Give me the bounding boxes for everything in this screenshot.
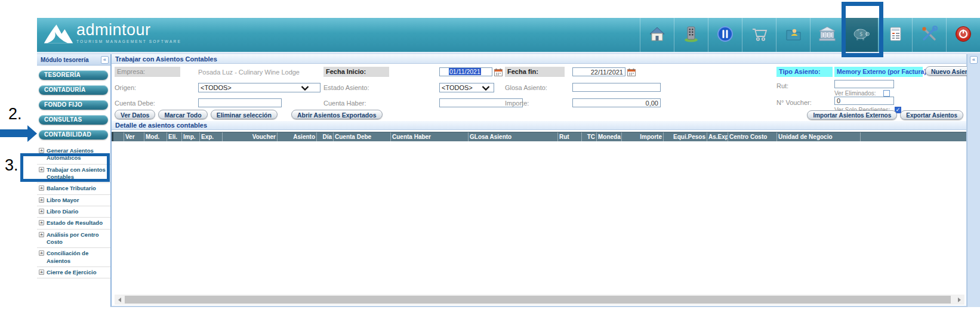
logo-wordmark: admintour — [76, 21, 181, 39]
grid-col-glosa[interactable]: GLosa Asiento — [468, 132, 557, 141]
grid-col-asiento[interactable]: Asiento — [277, 132, 316, 141]
sidebar-item-analisis-centro-costo[interactable]: + Análisis por Centro Costo — [37, 230, 110, 249]
sidebar-item-cierre-ejercicio[interactable]: + Cierre de Ejercicio — [37, 267, 110, 278]
scrollbar-thumb[interactable] — [125, 296, 951, 303]
ver-eliminados-checkbox[interactable] — [883, 90, 890, 97]
ver-eliminados-label: Ver Eliminados: — [834, 90, 876, 97]
grid-col-voucher[interactable]: Voucher — [222, 132, 277, 141]
ver-datos-button[interactable]: Ver Datos — [115, 110, 155, 119]
module-consultas[interactable]: CONSULTAS — [39, 115, 108, 125]
sidebar-item-conciliacion[interactable]: + Conciliación de Asientos — [37, 248, 110, 267]
app-logo: admintour TOURISM MANAGEMENT SOFTWARE — [43, 21, 181, 48]
chevron-down-icon — [482, 86, 490, 91]
bank-button[interactable] — [810, 18, 844, 52]
grid-body-empty — [112, 141, 966, 295]
hotel-button[interactable] — [674, 18, 708, 52]
expand-plus-icon[interactable]: + — [39, 148, 44, 153]
expand-plus-icon[interactable]: + — [39, 232, 44, 237]
marcar-todo-button[interactable]: Marcar Todo — [158, 110, 207, 119]
reports-icon — [886, 25, 904, 45]
grid-col-importe[interactable]: Importe — [621, 132, 663, 141]
fecha-fin-input[interactable] — [572, 67, 625, 76]
grid-col-mod[interactable]: Mod. — [144, 132, 167, 141]
grid-col-exp[interactable]: Exp. — [199, 132, 222, 141]
shopping-cart-button[interactable] — [742, 18, 776, 52]
eliminar-seleccion-button[interactable]: Eliminar selección — [211, 110, 278, 119]
module-contaduria[interactable]: CONTADURÍA — [39, 85, 108, 95]
sidebar-item-libro-diario[interactable]: + Libro Diario — [37, 206, 110, 218]
tools-button[interactable] — [912, 18, 946, 52]
panel-collapse-button[interactable]: « — [970, 56, 978, 64]
tipo-asiento-value: Memory Externo (por Factura) — [834, 67, 923, 77]
scroll-right-button[interactable] — [954, 295, 964, 305]
power-button[interactable] — [946, 18, 980, 52]
grid-col-unidad-negocio[interactable]: Unidad de Negocio — [776, 132, 860, 141]
admintour-app: admintour TOURISM MANAGEMENT SOFTWARE — [0, 0, 980, 316]
grid-col-cuenta-debe[interactable]: Cuenta Debe — [333, 132, 390, 141]
glosa-asiento-label: Glosa Asiento: — [505, 84, 547, 91]
expand-plus-icon[interactable]: + — [39, 250, 44, 256]
abrir-asientos-exportados-button[interactable]: Abrir Asientos Exportados — [291, 110, 383, 119]
estado-asiento-label: Estado Asiento: — [323, 84, 369, 91]
grid-col-centro-costo[interactable]: Centro Costo — [728, 132, 776, 141]
left-arrow-icon — [118, 298, 121, 302]
rut-input[interactable] — [834, 80, 894, 88]
expand-plus-icon[interactable]: + — [39, 209, 44, 214]
voucher-input[interactable] — [834, 97, 894, 105]
grid-col-ver[interactable]: Ver — [124, 132, 144, 141]
restaurant-icon — [716, 25, 734, 45]
grid-col-moneda[interactable]: Moneda — [596, 132, 621, 141]
grid-col-imp[interactable]: Imp. — [181, 132, 199, 141]
chevron-down-icon — [301, 86, 309, 91]
module-tesoreria[interactable]: TESORERÍA — [39, 70, 108, 80]
importar-asientos-externos-button[interactable]: Importar Asientos Externos — [807, 110, 897, 120]
grid-col-select[interactable] — [112, 132, 124, 141]
sidebar-item-estado-resultado[interactable]: + Estado de Resultado — [37, 218, 110, 229]
grid-col-cuenta-haber[interactable]: Cuenta Haber — [390, 132, 468, 141]
module-contabilidad[interactable]: CONTABILIDAD — [39, 130, 108, 140]
grid-col-equi-pesos[interactable]: Equi.Pesos — [663, 132, 707, 141]
expand-plus-icon[interactable]: + — [39, 185, 44, 191]
sidebar-item-libro-mayor[interactable]: + Libro Mayor — [37, 195, 110, 206]
fecha-inicio-input[interactable]: 01/11/2021 — [439, 67, 492, 76]
detail-section-title: Detalle de asientos contables — [112, 120, 966, 130]
exportar-asientos-button[interactable]: Exportar Asientos — [900, 110, 963, 120]
home-button[interactable] — [640, 18, 674, 52]
restaurant-button[interactable] — [708, 18, 742, 52]
glosa-asiento-input[interactable] — [572, 83, 661, 92]
origen-select[interactable]: <TODOS> — [198, 83, 320, 92]
importe-input[interactable] — [572, 98, 661, 107]
grid-col-tc[interactable]: TC — [581, 132, 596, 141]
module-fondo-fijo[interactable]: FONDO FIJO — [39, 100, 108, 110]
hotel-icon — [682, 25, 700, 45]
app-header: admintour TOURISM MANAGEMENT SOFTWARE — [37, 18, 980, 52]
calendar-icon[interactable] — [494, 68, 503, 76]
expand-plus-icon[interactable]: + — [39, 197, 44, 203]
logo-subtitle: TOURISM MANAGEMENT SOFTWARE — [76, 39, 181, 44]
estado-asiento-select[interactable]: <TODOS> — [439, 83, 494, 92]
horizontal-scrollbar[interactable] — [115, 295, 964, 305]
grid-col-rut[interactable]: Rut — [557, 132, 581, 141]
right-actions: Importar Asientos Externos Exportar Asie… — [807, 110, 963, 120]
bank-icon — [818, 25, 836, 45]
grid-header-row: Ver Mod. Eli. Imp. Exp. Voucher Asiento … — [112, 132, 966, 141]
expand-plus-icon[interactable]: + — [39, 220, 44, 225]
sidebar-item-balance-tributario[interactable]: + Balance Tributario — [37, 183, 110, 194]
left-actions: Ver Datos Marcar Todo Eliminar selección… — [115, 110, 383, 119]
fecha-inicio-label: Fecha Inicio: — [323, 67, 389, 77]
fecha-inicio-selected-text: 01/11/2021 — [449, 68, 481, 75]
sidebar-collapse-button[interactable]: « — [101, 56, 109, 64]
cuenta-debe-input[interactable] — [198, 98, 282, 107]
empresa-value: Posada Luz - Culinary Wine Lodge — [198, 69, 300, 76]
tools-icon — [920, 25, 938, 45]
grid-col-eli[interactable]: Eli. — [167, 132, 181, 141]
home-icon — [648, 25, 666, 45]
filters-area: Empresa: Posada Luz - Culinary Wine Lodg… — [112, 64, 966, 120]
grid-col-dia[interactable]: Día — [316, 132, 333, 141]
annotation-step2-arrowhead — [27, 125, 37, 142]
scroll-left-button[interactable] — [115, 295, 125, 305]
expand-plus-icon[interactable]: + — [39, 269, 44, 275]
grid-col-as-exp[interactable]: As.Exp — [707, 132, 728, 141]
documents-folder-button[interactable] — [776, 18, 810, 52]
calendar-icon[interactable] — [627, 68, 636, 76]
